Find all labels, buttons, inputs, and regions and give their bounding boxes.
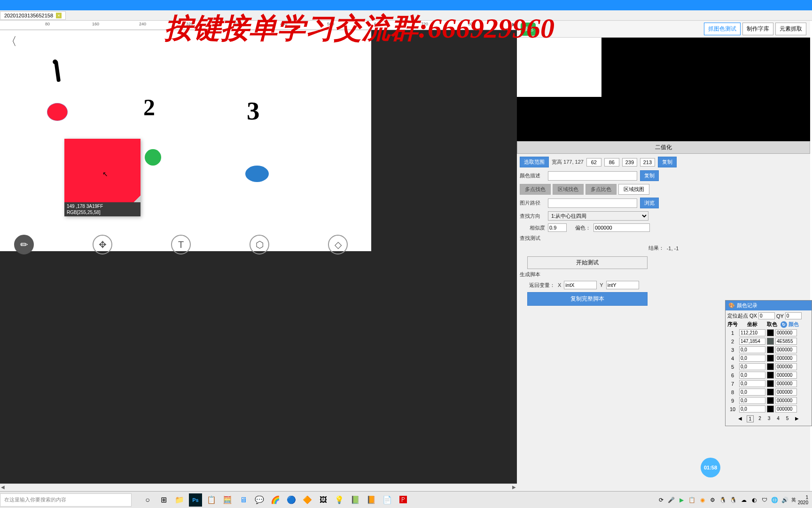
close-icon[interactable]: × xyxy=(56,13,62,18)
security-icon[interactable]: 🛡 xyxy=(760,496,769,504)
photos-icon[interactable]: 🖼 xyxy=(317,493,330,507)
qq-icon[interactable]: 🐧 xyxy=(729,496,738,504)
hex-input[interactable] xyxy=(775,372,797,379)
page-next-icon[interactable]: ▶ xyxy=(793,415,801,422)
app7-icon[interactable]: 📄 xyxy=(381,493,394,507)
color-swatch[interactable] xyxy=(767,389,774,396)
hex-input[interactable] xyxy=(775,338,797,345)
tray-icon[interactable]: 🎤 xyxy=(667,496,676,504)
tab-region-color[interactable]: 区域找色 xyxy=(553,184,584,195)
copy-desc-button[interactable]: 复制 xyxy=(640,170,659,181)
copy-script-button[interactable]: 复制完整脚本 xyxy=(527,292,648,306)
excel-icon[interactable]: 📗 xyxy=(349,493,362,507)
hex-input[interactable] xyxy=(775,405,797,413)
text-tool-icon[interactable]: T xyxy=(171,235,191,254)
range-x2-input[interactable] xyxy=(622,158,637,167)
canvas-area[interactable]: 〈 2 3 149 ,178 3A19FF RGB[255,25,58] ↖ ✏ xyxy=(0,30,517,484)
volume-icon[interactable]: 🔊 xyxy=(781,496,789,504)
coord-input[interactable] xyxy=(739,389,765,396)
hex-input[interactable] xyxy=(775,329,797,336)
coord-input[interactable] xyxy=(739,346,765,353)
app5-icon[interactable]: 💡 xyxy=(333,493,346,507)
app6-icon[interactable]: 📙 xyxy=(365,493,378,507)
coord-input[interactable] xyxy=(739,363,765,370)
make-lib-button[interactable]: 制作字库 xyxy=(742,23,773,35)
color-swatch[interactable] xyxy=(767,405,774,413)
canvas[interactable]: 〈 2 3 149 ,178 3A19FF RGB[255,25,58] ↖ ✏ xyxy=(0,30,371,251)
page-prev-icon[interactable]: ◀ xyxy=(736,415,744,422)
direction-select[interactable]: 1:从中心往四周 xyxy=(548,211,648,221)
move-tool-icon[interactable]: ✥ xyxy=(93,235,112,254)
horizontal-scrollbar[interactable]: ◀ ▶ xyxy=(0,484,517,491)
y-var-input[interactable] xyxy=(606,281,639,289)
color-swatch[interactable] xyxy=(767,338,774,345)
qy-input[interactable] xyxy=(785,312,802,319)
color-swatch[interactable] xyxy=(767,380,774,387)
x-var-input[interactable] xyxy=(564,281,597,289)
tray-icon[interactable]: ▶ xyxy=(678,496,686,504)
coord-input[interactable] xyxy=(739,329,765,336)
hex-input[interactable] xyxy=(775,355,797,362)
hex-input[interactable] xyxy=(775,363,797,370)
back-icon[interactable]: 〈 xyxy=(6,34,17,49)
color-swatch[interactable] xyxy=(767,329,774,336)
coord-input[interactable] xyxy=(739,405,765,413)
copy-range-button[interactable]: 复制 xyxy=(658,157,677,167)
page-2[interactable]: 2 xyxy=(757,415,763,422)
hex-input[interactable] xyxy=(775,380,797,387)
tab-multipoint-compare[interactable]: 多点比色 xyxy=(586,184,617,195)
document-tab[interactable]: 20201203135652158 × xyxy=(0,11,66,20)
photoshop-icon[interactable]: Ps xyxy=(189,493,202,507)
capture-test-button[interactable]: 抓图色测试 xyxy=(704,23,741,35)
app4-icon[interactable]: 🔶 xyxy=(301,493,314,507)
bias-input[interactable] xyxy=(593,223,650,232)
binarize-header[interactable]: 二值化 xyxy=(517,141,810,154)
ime-indicator[interactable]: 英 xyxy=(791,497,796,503)
calculator-icon[interactable]: 🧮 xyxy=(221,493,234,507)
page-3[interactable]: 3 xyxy=(766,415,773,422)
tray-icon[interactable]: ◉ xyxy=(698,496,707,504)
tray-icon[interactable]: ◐ xyxy=(750,496,758,504)
tab-multipoint-color[interactable]: 多点找色 xyxy=(520,184,551,195)
tray-icon[interactable]: ⟳ xyxy=(657,496,665,504)
page-5[interactable]: 5 xyxy=(784,415,791,422)
element-capture-button[interactable]: 元素抓取 xyxy=(775,23,806,35)
coord-input[interactable] xyxy=(739,355,765,362)
color-swatch[interactable] xyxy=(767,346,774,353)
browser-icon[interactable]: 🌈 xyxy=(269,493,282,507)
imgpath-input[interactable] xyxy=(548,198,637,208)
coord-input[interactable] xyxy=(739,397,765,404)
explorer-icon[interactable]: 📁 xyxy=(173,493,186,507)
cortana-icon[interactable]: ○ xyxy=(141,493,154,507)
coord-input[interactable] xyxy=(739,372,765,379)
scroll-left-icon[interactable]: ◀ xyxy=(1,484,5,490)
color-swatch[interactable] xyxy=(767,372,774,379)
clock[interactable]: 1 2020 xyxy=(798,495,810,505)
tray-icon[interactable]: 📋 xyxy=(688,496,696,504)
coord-input[interactable] xyxy=(739,380,765,387)
color-swatch[interactable] xyxy=(767,397,774,404)
pencil-tool-icon[interactable]: ✏ xyxy=(14,235,34,254)
taskview-icon[interactable]: ⊞ xyxy=(157,493,170,507)
app-icon[interactable]: 📋 xyxy=(205,493,218,507)
qx-input[interactable] xyxy=(758,312,775,319)
select-range-button[interactable]: 选取范围 xyxy=(520,157,549,167)
color-desc-input[interactable] xyxy=(548,171,637,181)
taskbar-search[interactable]: 在这里输入你要搜索的内容 xyxy=(0,493,132,507)
coord-input[interactable] xyxy=(739,338,765,345)
tray-icon[interactable]: ☁ xyxy=(740,496,748,504)
range-y1-input[interactable] xyxy=(604,158,619,167)
scroll-right-icon[interactable]: ▶ xyxy=(512,484,516,490)
refresh-icon[interactable]: ↻ xyxy=(781,321,787,328)
network-icon[interactable]: 🌐 xyxy=(771,496,779,504)
diamond-tool-icon[interactable]: ◇ xyxy=(328,235,348,254)
tab-region-image[interactable]: 区域找图 xyxy=(618,184,649,195)
tray-icon[interactable]: ⚙ xyxy=(709,496,717,504)
color-swatch[interactable] xyxy=(767,355,774,362)
hex-input[interactable] xyxy=(775,346,797,353)
page-1[interactable]: 1 xyxy=(747,415,754,422)
wechat-icon[interactable]: 💬 xyxy=(253,493,266,507)
red-shape[interactable] xyxy=(47,103,68,121)
start-test-button[interactable]: 开始测试 xyxy=(527,256,648,269)
hexagon-tool-icon[interactable]: ⬡ xyxy=(250,235,269,254)
